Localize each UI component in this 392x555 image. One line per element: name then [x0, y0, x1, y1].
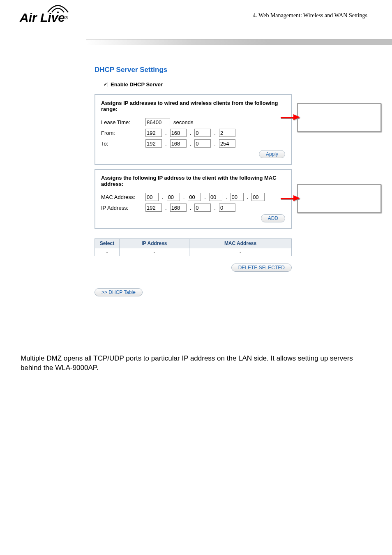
static-panel-title: Assigns the following IP address to the …	[101, 175, 285, 187]
cell-select: -	[95, 248, 120, 256]
static-ip-label: IP Address:	[101, 205, 142, 211]
enable-dhcp-checkbox[interactable]: ✓	[103, 82, 108, 87]
from-octet-1[interactable]	[145, 129, 162, 137]
reservation-table-area: Select IP Address MAC Address - - - DELE…	[95, 238, 292, 296]
from-octet-2[interactable]	[170, 129, 187, 137]
arrow-icon	[293, 195, 300, 201]
range-panel-title: Assigns IP addresses to wired and wirele…	[101, 100, 285, 112]
to-octet-1[interactable]	[145, 139, 162, 148]
from-octet-4[interactable]	[219, 129, 235, 137]
from-label: From:	[101, 130, 142, 136]
divider	[95, 235, 292, 235]
chapter-label: 4. Web Management: Wireless and WAN Sett…	[253, 12, 367, 19]
dhcp-static-panel: Assigns the following IP address to the …	[95, 169, 292, 229]
reservation-table: Select IP Address MAC Address - - -	[95, 238, 292, 256]
registered-icon: ®	[65, 16, 68, 20]
enable-dhcp-label: Enable DHCP Server	[111, 81, 163, 88]
col-select: Select	[95, 239, 120, 248]
mac-octet-3[interactable]	[188, 193, 201, 201]
dhcp-range-panel: Assigns IP addresses to wired and wirele…	[95, 94, 292, 165]
brand-logo: Air Live®	[20, 3, 68, 25]
cell-ip: -	[120, 248, 189, 256]
wifi-arc-icon	[46, 2, 70, 14]
mac-octet-1[interactable]	[145, 193, 159, 201]
mac-octet-5[interactable]	[231, 193, 244, 201]
section-title: DHCP Server Settings	[95, 66, 367, 74]
col-mac: MAC Address	[189, 239, 292, 248]
enable-dhcp-row: ✓ Enable DHCP Server	[103, 81, 367, 88]
mac-label: MAC Address:	[101, 194, 142, 200]
mac-octet-2[interactable]	[167, 193, 180, 201]
callout-box-2	[297, 184, 381, 213]
add-button[interactable]: ADD	[261, 214, 285, 222]
svg-point-0	[57, 12, 59, 13]
dhcp-table-button[interactable]: >> DHCP Table	[95, 288, 143, 296]
static-ip-2[interactable]	[170, 204, 187, 212]
lease-time-input[interactable]	[145, 118, 170, 126]
to-octet-2[interactable]	[170, 139, 187, 148]
callout-box-1	[297, 103, 381, 132]
table-row: - - -	[95, 248, 292, 256]
body-paragraph: Multiple DMZ opens all TCP/UDP ports to …	[21, 354, 371, 373]
from-octet-3[interactable]	[194, 129, 211, 137]
header-divider	[86, 39, 392, 45]
static-ip-1[interactable]	[145, 204, 162, 212]
lease-time-label: Lease Time:	[101, 119, 142, 125]
col-ip: IP Address	[120, 239, 189, 248]
apply-button[interactable]: Apply	[259, 150, 285, 158]
page-header: 4. Web Management: Wireless and WAN Sett…	[0, 0, 392, 53]
static-ip-3[interactable]	[194, 204, 211, 212]
to-octet-3[interactable]	[194, 139, 211, 148]
static-ip-4[interactable]	[219, 204, 235, 212]
to-label: To:	[101, 141, 142, 147]
to-octet-4[interactable]	[219, 139, 235, 148]
mac-octet-6[interactable]	[251, 193, 265, 201]
cell-mac: -	[189, 248, 292, 256]
delete-selected-button[interactable]: DELETE SELECTED	[231, 264, 292, 272]
arrow-icon	[293, 114, 300, 120]
lease-time-unit: seconds	[173, 119, 193, 125]
mac-octet-4[interactable]	[209, 193, 222, 201]
